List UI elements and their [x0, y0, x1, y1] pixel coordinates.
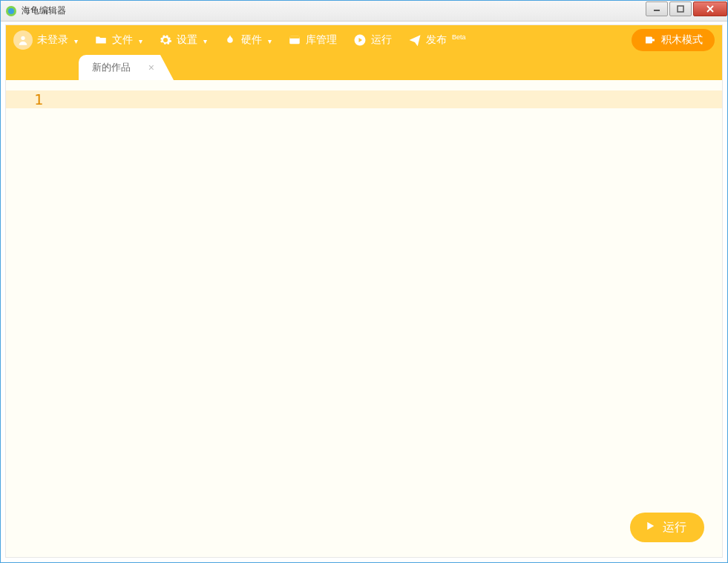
- blocks-mode-label: 积木模式: [661, 33, 703, 47]
- hardware-menu[interactable]: 硬件: [223, 33, 272, 47]
- library-button[interactable]: 库管理: [288, 33, 337, 47]
- svg-rect-3: [678, 6, 683, 12]
- active-line-highlight: [71, 90, 722, 108]
- svg-point-1: [8, 8, 14, 14]
- titlebar: 海龟编辑器: [1, 1, 727, 22]
- play-icon: [643, 519, 657, 536]
- minimize-button[interactable]: [646, 1, 668, 16]
- code-editor[interactable]: 1: [6, 80, 722, 557]
- gear-icon: [159, 33, 172, 47]
- file-menu[interactable]: 文件: [94, 33, 142, 47]
- library-icon: [288, 33, 301, 47]
- publish-label: 发布: [426, 33, 447, 47]
- send-icon: [408, 33, 422, 47]
- app-content: 未登录 文件 设置 硬件: [5, 24, 723, 558]
- login-label: 未登录: [37, 33, 68, 47]
- tab-bar: 新的作品 ×: [6, 55, 722, 80]
- window-frame: 海龟编辑器 未登录: [0, 0, 728, 563]
- svg-point-4: [21, 36, 24, 40]
- caret-icon: [73, 34, 78, 46]
- run-fab-button[interactable]: 运行: [630, 513, 704, 542]
- window-title: 海龟编辑器: [22, 4, 644, 17]
- hardware-label: 硬件: [241, 33, 262, 47]
- close-icon[interactable]: ×: [148, 62, 154, 73]
- line-gutter: 1: [6, 80, 71, 557]
- library-label: 库管理: [306, 33, 337, 47]
- file-label: 文件: [112, 33, 133, 47]
- code-area[interactable]: [71, 80, 722, 557]
- settings-menu[interactable]: 设置: [159, 33, 207, 47]
- svg-rect-6: [289, 36, 300, 39]
- caret-icon: [137, 34, 142, 46]
- close-button[interactable]: [693, 1, 727, 16]
- run-fab-label: 运行: [663, 520, 686, 536]
- main-toolbar: 未登录 文件 设置 硬件: [6, 25, 722, 55]
- play-icon: [353, 33, 367, 47]
- run-button-toolbar[interactable]: 运行: [353, 33, 392, 47]
- tab-label: 新的作品: [92, 61, 131, 74]
- login-menu[interactable]: 未登录: [13, 30, 78, 50]
- publish-button[interactable]: 发布Beta: [408, 33, 465, 47]
- window-controls: [644, 1, 727, 18]
- blocks-mode-button[interactable]: 积木模式: [632, 29, 715, 51]
- settings-label: 设置: [177, 33, 197, 47]
- svg-rect-2: [654, 10, 660, 11]
- maximize-button[interactable]: [669, 1, 692, 16]
- caret-icon: [266, 34, 272, 46]
- line-number: 1: [6, 90, 71, 108]
- folder-icon: [94, 33, 108, 47]
- caret-icon: [202, 34, 207, 46]
- beta-badge: Beta: [452, 33, 466, 41]
- hardware-icon: [223, 33, 237, 47]
- tab-new-project[interactable]: 新的作品 ×: [79, 55, 160, 80]
- blocks-icon: [643, 33, 657, 47]
- app-icon: [5, 5, 17, 17]
- avatar-icon: [13, 30, 33, 50]
- run-label: 运行: [371, 33, 392, 47]
